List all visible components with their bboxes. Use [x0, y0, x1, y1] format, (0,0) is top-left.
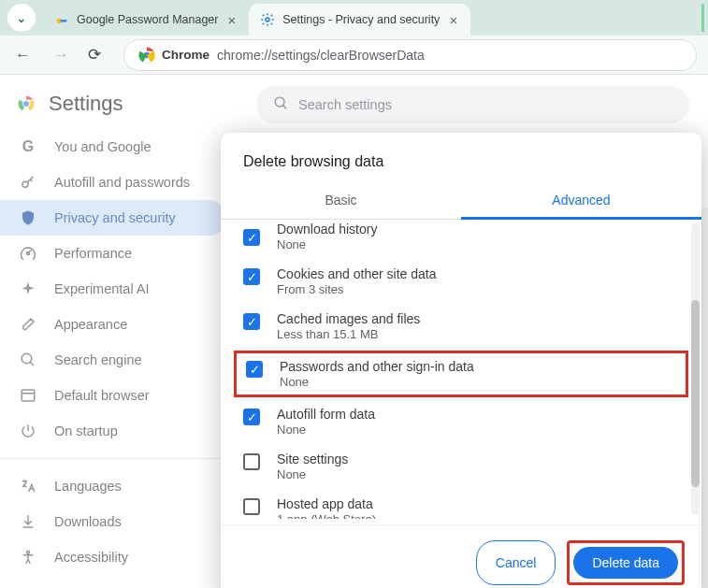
sidebar-item-label: Experimental AI: [54, 281, 150, 296]
checkbox[interactable]: [243, 498, 260, 515]
svg-point-10: [22, 353, 32, 364]
sidebar-item-downloads[interactable]: Downloads: [0, 504, 226, 539]
sidebar-item-label: Privacy and security: [54, 210, 176, 225]
sidebar-item-appearance[interactable]: Appearance: [0, 307, 226, 342]
forward-button[interactable]: →: [50, 42, 73, 68]
checkbox-row: ✓Download historyNone: [221, 220, 701, 259]
profile-button[interactable]: ⌄: [7, 4, 36, 32]
browser-tab[interactable]: Google Password Manager ×: [43, 4, 249, 36]
tab-title: Google Password Manager: [77, 13, 218, 26]
svg-point-9: [22, 181, 28, 187]
scrollbar[interactable]: [691, 223, 700, 515]
checkbox-label: Cookies and other site data: [277, 266, 436, 281]
checkbox[interactable]: ✓: [243, 313, 260, 330]
shield-icon: [19, 209, 37, 226]
checkbox-sublabel: From 3 sites: [277, 282, 436, 296]
delete-browsing-data-dialog: Delete browsing data Basic Advanced ✓Dow…: [221, 133, 701, 588]
checkbox[interactable]: [243, 453, 260, 470]
checkbox[interactable]: ✓: [246, 361, 263, 378]
highlight-annotation: ✓Passwords and other sign-in dataNone: [234, 351, 688, 397]
back-button[interactable]: ←: [11, 42, 35, 68]
sidebar-item-label: Appearance: [54, 317, 127, 332]
sidebar-item-label: Performance: [54, 246, 132, 261]
tab-advanced[interactable]: Advanced: [461, 183, 701, 219]
sidebar-item-label: You and Google: [54, 139, 151, 154]
password-manager-icon: [54, 12, 69, 27]
window-indicator: [701, 4, 704, 32]
checkbox-sublabel: None: [277, 237, 377, 251]
close-icon[interactable]: ×: [225, 12, 238, 28]
checkbox[interactable]: ✓: [243, 229, 260, 246]
checkbox-label: Autofill form data: [277, 407, 375, 422]
spark-icon: [19, 280, 37, 297]
scrollbar-thumb[interactable]: [691, 300, 700, 487]
sidebar-item-label: On startup: [54, 423, 118, 438]
reload-button[interactable]: ⟳: [88, 45, 101, 65]
checkbox-row: ✓Autofill form dataNone: [221, 399, 701, 444]
sidebar-item-experimental-ai[interactable]: Experimental AI: [0, 271, 226, 307]
download-icon: [19, 513, 37, 530]
search-placeholder: Search settings: [298, 97, 392, 112]
svg-point-8: [23, 101, 29, 107]
settings-gear-icon: [260, 12, 275, 27]
checkbox-row: ✓Passwords and other sign-in dataNone: [244, 357, 678, 391]
svg-point-14: [27, 551, 30, 553]
dialog-title: Delete browsing data: [221, 133, 701, 183]
checkbox-label: Site settings: [277, 452, 348, 466]
divider: [0, 458, 238, 459]
checkbox-sublabel: None: [277, 423, 375, 437]
checkbox-sublabel: Less than 15.1 MB: [277, 327, 420, 341]
checkbox-label: Passwords and other sign-in data: [280, 359, 474, 374]
scrollbar[interactable]: [701, 208, 708, 588]
cancel-button[interactable]: Cancel: [476, 540, 556, 585]
checkbox-row: ✓Cached images and filesLess than 15.1 M…: [221, 304, 701, 349]
sidebar-item-on-startup[interactable]: On startup: [0, 413, 226, 449]
search-icon: [273, 95, 289, 114]
brush-icon: [19, 316, 37, 333]
sidebar-item-autofill-and-passwords[interactable]: Autofill and passwords: [0, 165, 226, 200]
sidebar-item-privacy-and-security[interactable]: Privacy and security: [0, 200, 226, 236]
tab-basic[interactable]: Basic: [221, 183, 461, 219]
speed-icon: [19, 245, 37, 262]
sidebar-item-default-browser[interactable]: Default browser: [0, 378, 226, 413]
checkbox-row: Site settingsNone: [221, 444, 701, 489]
checkbox-row: Hosted app data1 app (Web Store): [221, 489, 701, 519]
checkbox[interactable]: ✓: [243, 409, 260, 425]
checkbox-sublabel: None: [280, 375, 474, 389]
checkbox-label: Cached images and files: [277, 311, 420, 326]
url-text: chrome://settings/clearBrowserData: [217, 48, 425, 63]
sidebar-item-label: Accessibility: [54, 550, 128, 565]
checkbox[interactable]: ✓: [243, 268, 260, 285]
chrome-icon: [17, 94, 36, 113]
key-icon: [19, 174, 37, 191]
sidebar-item-label: Search engine: [54, 352, 142, 367]
browser-icon: [19, 387, 37, 404]
sidebar-item-performance[interactable]: Performance: [0, 236, 226, 271]
svg-line-16: [283, 106, 287, 109]
power-icon: [19, 423, 37, 439]
svg-point-15: [275, 97, 284, 107]
chrome-icon: [137, 46, 156, 65]
sidebar-item-languages[interactable]: Languages: [0, 468, 226, 504]
checkbox-label: Download history: [277, 222, 377, 237]
svg-line-11: [30, 362, 34, 366]
sidebar-item-search-engine[interactable]: Search engine: [0, 342, 226, 378]
chevron-down-icon: ⌄: [16, 10, 27, 25]
tab-title: Settings - Privacy and security: [282, 13, 440, 26]
sidebar-item-accessibility[interactable]: Accessibility: [0, 539, 226, 575]
sidebar-item-label: Downloads: [54, 514, 122, 529]
site-chip: Chrome: [137, 46, 210, 65]
svg-rect-1: [61, 20, 67, 22]
search-settings-input[interactable]: Search settings: [256, 86, 689, 123]
checkbox-sublabel: 1 app (Web Store): [277, 512, 376, 519]
sidebar-item-label: Languages: [54, 479, 122, 494]
search-icon: [19, 351, 37, 368]
svg-rect-12: [22, 390, 35, 401]
close-icon[interactable]: ×: [447, 12, 459, 28]
svg-point-2: [266, 18, 269, 22]
sidebar-item-label: Default browser: [54, 388, 150, 403]
delete-data-button[interactable]: Delete data: [573, 547, 678, 579]
sidebar-item-you-and-google[interactable]: GYou and Google: [0, 129, 226, 165]
browser-tab[interactable]: Settings - Privacy and security ×: [249, 4, 470, 36]
address-bar[interactable]: Chrome chrome://settings/clearBrowserDat…: [123, 39, 697, 71]
